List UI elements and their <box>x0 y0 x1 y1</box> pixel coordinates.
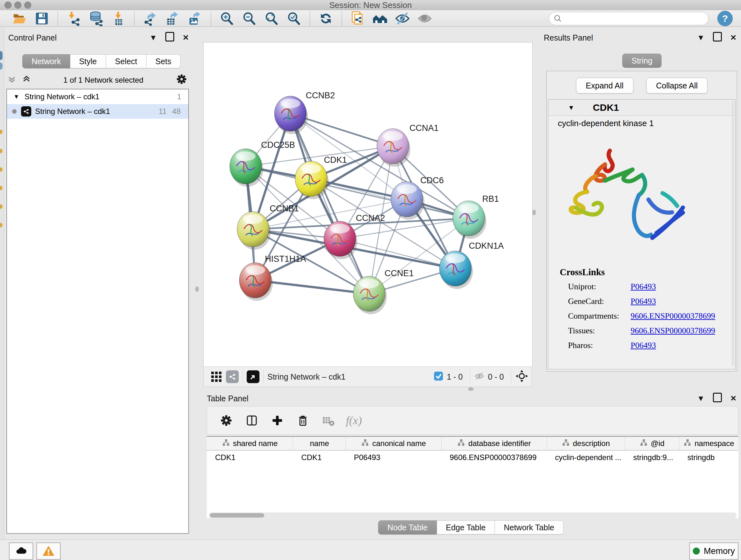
network-collection-row[interactable]: ▼ String Network – cdk1 1 <box>7 89 188 104</box>
help-button[interactable]: ? <box>718 11 733 26</box>
network-row-selected[interactable]: String Network – cdk1 11 48 <box>7 104 188 119</box>
refresh-icon[interactable] <box>318 11 334 26</box>
search-box[interactable] <box>549 12 709 25</box>
scrollbar-thumb[interactable] <box>210 513 264 517</box>
right-splitter-handle[interactable] <box>532 210 536 215</box>
results-panel-float-icon[interactable] <box>713 32 722 44</box>
column-header-shared-name[interactable]: shared name <box>207 437 293 450</box>
network-node-CCNE1[interactable]: CCNE1 <box>353 268 414 314</box>
warnings-button[interactable] <box>37 543 61 560</box>
tab-sets[interactable]: Sets <box>146 54 181 68</box>
import-network-from-database-icon[interactable] <box>88 11 105 26</box>
show-column-icon[interactable] <box>244 413 260 428</box>
table-horizontal-scrollbar[interactable] <box>209 512 737 518</box>
birds-eye-view-icon[interactable] <box>247 370 259 383</box>
control-panel-close-icon[interactable]: ✕ <box>183 33 189 42</box>
node-label-CCNA1: CCNA1 <box>409 123 439 133</box>
column-header-namespace[interactable]: namespace <box>679 437 738 450</box>
column-header-name[interactable]: name <box>293 437 346 450</box>
results-panel-title: Results Panel <box>544 33 593 43</box>
node-details-expand-icon[interactable]: ▼ <box>568 104 575 111</box>
collection-expand-icon[interactable]: ▼ <box>13 93 19 100</box>
expand-all-networks-icon[interactable] <box>22 74 31 86</box>
network-canvas[interactable]: CCNB2CCNA1CDC25BCDK1CDC6RB1CCNB1CCNA2CDK… <box>203 42 533 367</box>
create-column-plus-icon[interactable] <box>269 413 286 428</box>
network-node-CDC6[interactable]: CDC6 <box>391 176 444 220</box>
crosslink-link[interactable]: 9606.ENSP00000378699 <box>630 326 715 335</box>
crosslink-link[interactable]: 9606.ENSP00000378699 <box>630 311 715 321</box>
delete-table-icon-disabled <box>320 413 337 428</box>
zoom-out-icon[interactable] <box>241 11 258 26</box>
network-edge-CCNB2-CCNE1[interactable] <box>290 114 369 294</box>
network-node-HIST1H1A[interactable]: HIST1H1A <box>239 254 306 301</box>
table-cell[interactable]: P06493 <box>346 450 441 464</box>
tab-style[interactable]: Style <box>70 54 106 68</box>
tab-edge-table[interactable]: Edge Table <box>437 520 495 535</box>
crosslink-link[interactable]: P06493 <box>630 282 656 292</box>
results-scrollbar[interactable] <box>732 101 734 366</box>
tab-select[interactable]: Select <box>106 54 146 68</box>
left-splitter-handle[interactable] <box>195 287 199 292</box>
cloud-status-button[interactable] <box>9 543 33 560</box>
import-table-icon[interactable] <box>110 11 127 26</box>
network-node-CCNB2[interactable]: CCNB2 <box>274 91 335 134</box>
import-network-icon[interactable] <box>65 11 82 26</box>
hide-unhide-icon[interactable] <box>394 11 411 26</box>
open-session-icon[interactable] <box>11 11 28 26</box>
table-cell[interactable]: stringdb <box>679 450 738 464</box>
network-edge-CDK1-RB1[interactable] <box>311 179 469 219</box>
collapse-all-button[interactable]: Collapse All <box>646 78 708 94</box>
network-node-CDKN1A[interactable]: CDKN1A <box>440 241 504 289</box>
column-label: canonical name <box>372 439 426 448</box>
column-header--id[interactable]: @id <box>625 437 679 450</box>
table-cell[interactable]: stringdb:9... <box>625 450 679 464</box>
bottom-splitter-handle[interactable] <box>468 387 474 391</box>
hidden-eye-icon[interactable] <box>474 371 485 383</box>
table-panel-close-icon[interactable]: ✕ <box>730 394 737 403</box>
network-node-RB1[interactable]: RB1 <box>453 194 499 239</box>
search-input[interactable] <box>562 14 697 23</box>
table-cell[interactable]: CDK1 <box>207 450 293 464</box>
show-graphics-icon[interactable] <box>416 11 433 26</box>
clone-network-icon[interactable] <box>349 11 366 26</box>
collapse-all-networks-icon[interactable] <box>7 74 17 86</box>
selected-checkbox-icon[interactable] <box>433 371 444 382</box>
export-table-icon[interactable] <box>164 11 181 26</box>
table-cell[interactable]: cyclin-dependent ... <box>547 450 625 464</box>
tab-network[interactable]: Network <box>22 54 70 68</box>
tab-network-table[interactable]: Network Table <box>495 520 563 535</box>
grid-view-icon[interactable] <box>208 369 225 384</box>
tab-node-table[interactable]: Node Table <box>378 520 437 535</box>
column-header-description[interactable]: description <box>547 437 625 450</box>
control-panel-float-icon[interactable] <box>165 32 174 44</box>
table-cell[interactable]: CDK1 <box>293 450 346 464</box>
control-panel-menu-icon[interactable]: ▼ <box>149 33 157 42</box>
network-view-icon[interactable] <box>226 370 239 383</box>
crosslink-link[interactable]: P06493 <box>630 297 656 306</box>
node-table: shared namenamecanonical namedatabase id… <box>207 436 738 518</box>
network-graph[interactable]: CCNB2CCNA1CDC25BCDK1CDC6RB1CCNB1CCNA2CDK… <box>204 43 532 367</box>
tab-string[interactable]: String <box>622 54 662 68</box>
column-header-canonical-name[interactable]: canonical name <box>346 437 441 450</box>
export-network-icon[interactable] <box>142 11 158 26</box>
crosslink-link[interactable]: P06493 <box>630 341 656 350</box>
expand-all-button[interactable]: Expand All <box>576 78 633 94</box>
zoom-in-icon[interactable] <box>219 11 235 26</box>
results-panel-close-icon[interactable]: ✕ <box>730 33 737 42</box>
home-networks-icon[interactable] <box>372 11 388 26</box>
zoom-selected-icon[interactable] <box>286 11 302 26</box>
save-session-icon[interactable] <box>33 11 50 26</box>
results-panel-menu-icon[interactable]: ▼ <box>697 33 704 42</box>
table-cell[interactable]: 9606.ENSP00000378699 <box>441 450 547 464</box>
zoom-fit-icon[interactable] <box>263 11 280 26</box>
table-options-gear-icon[interactable] <box>218 413 234 428</box>
table-panel-float-icon[interactable] <box>713 393 722 404</box>
delete-column-trash-icon[interactable] <box>294 413 311 428</box>
network-options-gear-icon[interactable] <box>176 73 188 87</box>
fit-content-crosshair-icon[interactable] <box>515 369 529 384</box>
table-row[interactable]: CDK1CDK1P064939606.ENSP00000378699cyclin… <box>207 450 738 464</box>
memory-button[interactable]: Memory <box>689 543 738 560</box>
export-image-icon[interactable] <box>187 11 203 26</box>
column-header-database-identifier[interactable]: database identifier <box>441 437 547 450</box>
table-panel-menu-icon[interactable]: ▼ <box>697 394 704 403</box>
